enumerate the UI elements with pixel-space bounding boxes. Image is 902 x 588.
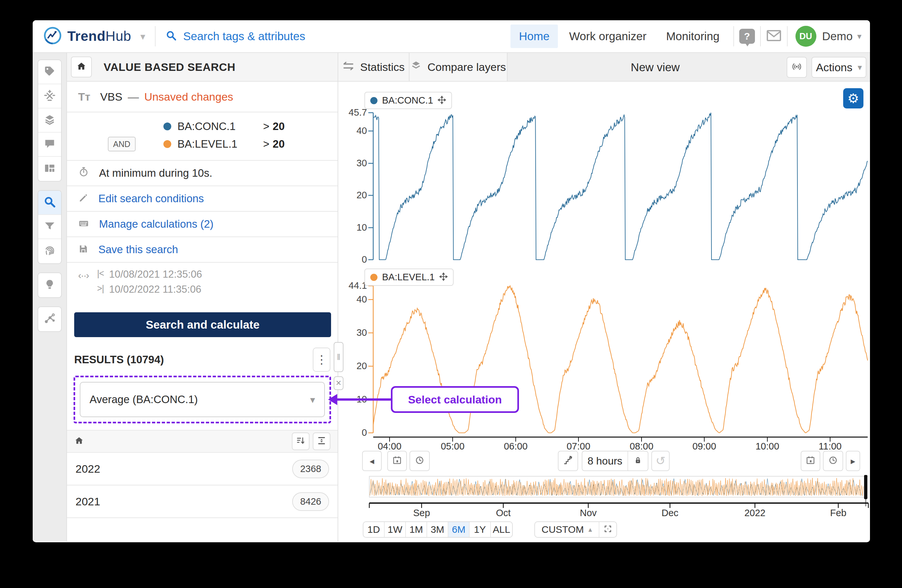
sidebar-item-context[interactable] (38, 307, 61, 331)
result-row[interactable]: 2022 2368 (67, 453, 338, 485)
nav-item-home[interactable]: Home (511, 25, 558, 48)
sidebar-item-dashboards[interactable] (38, 157, 61, 181)
search-and-calculate-button[interactable]: Search and calculate (74, 312, 331, 337)
custom-label: CUSTOM (542, 524, 584, 535)
callout-arrow-line (337, 399, 391, 401)
zoom-preset-1m[interactable]: 1M (406, 522, 427, 537)
edit-conditions-row[interactable]: Edit search conditions (67, 186, 338, 211)
rail-group-search (38, 190, 62, 264)
custom-range-button[interactable]: CUSTOM ▴ (535, 522, 599, 537)
brand-logo[interactable]: TrendHub ▾ (33, 26, 145, 46)
calculation-select[interactable]: Average (BA:CONC.1) ▾ (80, 382, 325, 417)
x-axis-label: 05:00 (435, 441, 471, 452)
time-range-block[interactable]: ‹··› |<10/08/2021 12:35:06 >|10/02/2022 … (67, 263, 338, 302)
sort-button[interactable] (292, 433, 310, 450)
series-color-dot (163, 122, 171, 130)
range-end-value: 10/02/2022 11:35:06 (109, 283, 201, 295)
panel-home-button[interactable] (71, 56, 92, 77)
sidebar-item-calculations[interactable] (38, 84, 61, 108)
chevron-right-icon: ▸ (851, 456, 855, 466)
fit-icon (604, 525, 612, 535)
start-time-button[interactable] (409, 451, 430, 471)
help-button[interactable]: ? (739, 29, 755, 44)
manage-calculations-link[interactable]: Manage calculations (2) (99, 218, 213, 230)
user-menu-chevron-down-icon[interactable]: ▾ (857, 31, 861, 42)
trend-steps-button[interactable] (558, 451, 578, 471)
sidebar-item-search[interactable] (38, 191, 61, 215)
condition-row[interactable]: AND BA:LEVEL.1 >20 (67, 135, 338, 153)
result-count-badge: 8426 (292, 492, 329, 511)
funnel-icon (44, 220, 56, 233)
brand-chevron-down-icon[interactable]: ▾ (140, 31, 145, 42)
result-row[interactable]: 2021 8426 (67, 485, 338, 518)
close-icon: ✕ (336, 379, 341, 388)
keyboard-icon (78, 218, 89, 230)
home-icon[interactable] (74, 436, 84, 447)
x-axis-label: 09:00 (686, 441, 722, 452)
rail-group-context (38, 307, 62, 332)
move-icon[interactable] (438, 96, 446, 105)
condition-tag: BA:CONC.1 (177, 120, 236, 133)
search-input[interactable] (183, 30, 412, 43)
history-button[interactable]: ↺ (651, 451, 670, 471)
y-axis-label: 20 (338, 190, 367, 200)
save-search-link[interactable]: Save this search (99, 243, 178, 256)
collapse-icon (317, 436, 326, 447)
timeline-label: Oct (485, 508, 521, 518)
timeline-label: Dec (652, 508, 688, 518)
divider (787, 26, 788, 46)
sidebar-item-recommendations[interactable] (38, 273, 61, 297)
save-search-row[interactable]: Save this search (67, 237, 338, 262)
step-chart-icon (563, 455, 573, 467)
end-time-button[interactable] (823, 451, 843, 471)
search-icon (43, 195, 56, 210)
zoom-preset-3m[interactable]: 3M (427, 522, 448, 537)
logic-operator-chip[interactable]: AND (108, 137, 136, 152)
callout-box: Select calculation (391, 386, 519, 413)
rail-group-recommend (38, 272, 62, 298)
edit-conditions-link[interactable]: Edit search conditions (99, 192, 204, 205)
window-duration-value[interactable]: 8 hours (583, 452, 628, 471)
y-axis-label: 40 (338, 125, 367, 136)
end-calendar-button[interactable] (801, 451, 820, 471)
chart-settings-button[interactable]: ⚙ (843, 88, 863, 108)
results-menu-button[interactable]: ⋮ (313, 347, 330, 372)
panel-collapse-button[interactable]: ✕ (334, 376, 343, 390)
legend-chip-conc[interactable]: BA:CONC.1 (364, 92, 452, 109)
sidebar-item-layers[interactable] (38, 108, 61, 133)
collapse-button[interactable] (313, 433, 330, 450)
pan-right-button[interactable]: ▸ (846, 451, 860, 471)
calendar-icon (392, 455, 402, 466)
tag-icon (44, 65, 56, 79)
sidebar-item-tag[interactable] (38, 60, 61, 84)
sidebar-item-comments[interactable] (38, 133, 61, 157)
sidebar-item-filter[interactable] (38, 215, 61, 239)
nav-item-monitoring[interactable]: Monitoring (658, 25, 728, 48)
chart-area: Statistics Compare layers New view Actio… (338, 53, 870, 542)
manage-calculations-row[interactable]: Manage calculations (2) (67, 212, 338, 236)
zoom-preset-6m[interactable]: 6M (448, 522, 470, 537)
panel-splitter-handle[interactable]: ‖ (334, 342, 343, 372)
condition-row[interactable]: BA:CONC.1 >20 (67, 117, 338, 135)
zoom-preset-1w[interactable]: 1W (385, 522, 406, 537)
fit-view-button[interactable] (599, 522, 616, 537)
pan-left-button[interactable]: ◂ (362, 451, 382, 471)
results-header: RESULTS (10794) ⋮ (67, 340, 338, 373)
lock-duration-button[interactable] (628, 452, 648, 471)
zoom-preset-1d[interactable]: 1D (363, 522, 385, 537)
y-axis-label: 0 (338, 254, 367, 265)
x-axis-label: 10:00 (749, 441, 785, 452)
nav-item-work-organizer[interactable]: Work organizer (561, 25, 655, 48)
formula-icon (44, 89, 56, 103)
condition-value: >20 (263, 138, 285, 150)
sidebar-item-fingerprint[interactable] (38, 239, 61, 263)
move-icon[interactable] (439, 272, 448, 282)
avatar[interactable]: DU (796, 26, 816, 47)
trendhub-logo-icon (43, 26, 62, 46)
start-calendar-button[interactable] (387, 451, 407, 471)
zoom-preset-1y[interactable]: 1Y (470, 522, 491, 537)
user-name[interactable]: Demo (822, 30, 853, 43)
mail-icon[interactable] (766, 29, 782, 44)
legend-chip-level[interactable]: BA:LEVEL.1 (364, 269, 454, 286)
zoom-preset-all[interactable]: ALL (491, 522, 512, 537)
